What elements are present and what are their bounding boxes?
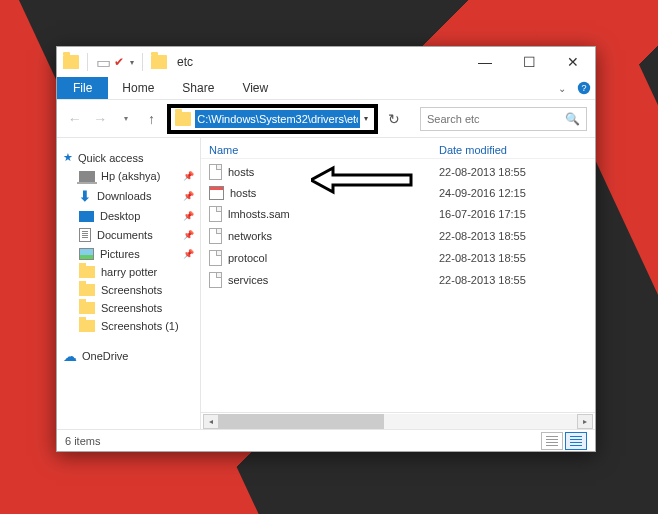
item-count: 6 items xyxy=(65,435,100,447)
explorer-window: ▭ ✔ ▾ etc ― ☐ ✕ File Home Share View ⌄ ?… xyxy=(56,46,596,452)
maximize-button[interactable]: ☐ xyxy=(507,48,551,76)
pictures-icon xyxy=(79,248,94,260)
table-file-icon xyxy=(209,186,224,200)
file-icon xyxy=(209,272,222,288)
scroll-thumb[interactable] xyxy=(219,414,384,429)
sidebar-item-hp[interactable]: Hp (akshya)📌 xyxy=(61,167,196,185)
sidebar-item-downloads[interactable]: ⬇Downloads📌 xyxy=(61,185,196,207)
horizontal-scrollbar[interactable]: ◂ ▸ xyxy=(201,412,595,429)
address-folder-icon xyxy=(175,112,191,126)
address-input[interactable] xyxy=(195,110,360,128)
qat-check-icon[interactable]: ✔ xyxy=(114,55,124,69)
address-dropdown-icon[interactable]: ▾ xyxy=(360,114,372,123)
view-list-button[interactable] xyxy=(565,432,587,450)
location-folder-icon xyxy=(151,55,167,69)
pin-icon: 📌 xyxy=(183,249,194,259)
file-icon xyxy=(209,164,222,180)
file-row[interactable]: services22-08-2013 18:55 xyxy=(209,269,587,291)
arrow-annotation xyxy=(311,165,421,199)
titlebar: ▭ ✔ ▾ etc ― ☐ ✕ xyxy=(57,47,595,77)
app-folder-icon xyxy=(63,55,79,69)
sidebar-item-desktop[interactable]: Desktop📌 xyxy=(61,207,196,225)
qat-properties-icon[interactable]: ▭ xyxy=(96,55,110,69)
nav-forward-button[interactable]: → xyxy=(91,108,111,130)
status-bar: 6 items xyxy=(57,429,595,451)
column-name[interactable]: Name xyxy=(209,144,439,156)
file-row[interactable]: lmhosts.sam16-07-2016 17:15 xyxy=(209,203,587,225)
file-icon xyxy=(209,228,222,244)
file-icon xyxy=(209,206,222,222)
scroll-right-button[interactable]: ▸ xyxy=(577,414,593,429)
download-icon: ⬇ xyxy=(79,188,91,204)
refresh-button[interactable]: ↻ xyxy=(384,108,404,130)
search-input[interactable] xyxy=(427,113,565,125)
file-list: hosts22-08-2013 18:55 hosts24-09-2016 12… xyxy=(201,159,595,412)
svg-text:?: ? xyxy=(581,83,586,93)
laptop-icon xyxy=(79,171,95,182)
tab-view[interactable]: View xyxy=(228,77,282,99)
file-row[interactable]: protocol22-08-2013 18:55 xyxy=(209,247,587,269)
ribbon: File Home Share View ⌄ ? xyxy=(57,77,595,100)
file-menu[interactable]: File xyxy=(57,77,108,99)
minimize-button[interactable]: ― xyxy=(463,48,507,76)
help-icon[interactable]: ? xyxy=(573,77,595,99)
pin-icon: 📌 xyxy=(183,211,194,221)
address-bar-highlight: ▾ xyxy=(167,104,378,134)
close-button[interactable]: ✕ xyxy=(551,48,595,76)
sidebar-onedrive[interactable]: ☁ OneDrive xyxy=(61,345,196,367)
folder-icon xyxy=(79,302,95,314)
file-row[interactable]: networks22-08-2013 18:55 xyxy=(209,225,587,247)
scroll-track[interactable] xyxy=(219,414,577,429)
desktop-icon xyxy=(79,211,94,222)
ribbon-expand-icon[interactable]: ⌄ xyxy=(551,77,573,99)
sidebar-quick-access[interactable]: ★ Quick access xyxy=(61,148,196,167)
sidebar-item-harry-potter[interactable]: harry potter xyxy=(61,263,196,281)
sidebar-item-pictures[interactable]: Pictures📌 xyxy=(61,245,196,263)
navigation-bar: ← → ▾ ↑ ▾ ↻ 🔍 xyxy=(57,100,595,138)
tab-home[interactable]: Home xyxy=(108,77,168,99)
nav-up-button[interactable]: ↑ xyxy=(142,108,162,130)
folder-icon xyxy=(79,320,95,332)
star-icon: ★ xyxy=(63,151,73,164)
window-title: etc xyxy=(177,55,193,69)
svg-marker-2 xyxy=(311,168,411,192)
search-icon[interactable]: 🔍 xyxy=(565,112,580,126)
sidebar-item-screenshots-1[interactable]: Screenshots (1) xyxy=(61,317,196,335)
nav-history-dropdown[interactable]: ▾ xyxy=(116,108,136,130)
sidebar-item-screenshots[interactable]: Screenshots xyxy=(61,281,196,299)
column-date-modified[interactable]: Date modified xyxy=(439,144,587,156)
search-box[interactable]: 🔍 xyxy=(420,107,587,131)
sidebar-item-documents[interactable]: Documents📌 xyxy=(61,225,196,245)
qat-dropdown-icon[interactable]: ▾ xyxy=(130,58,134,67)
file-icon xyxy=(209,250,222,266)
folder-icon xyxy=(79,266,95,278)
pin-icon: 📌 xyxy=(183,191,194,201)
sidebar-item-screenshots[interactable]: Screenshots xyxy=(61,299,196,317)
column-headers: Name Date modified xyxy=(201,138,595,159)
folder-icon xyxy=(79,284,95,296)
file-list-pane: Name Date modified hosts22-08-2013 18:55… xyxy=(201,138,595,429)
quick-access-label: Quick access xyxy=(78,152,143,164)
onedrive-label: OneDrive xyxy=(82,350,128,362)
document-icon xyxy=(79,228,91,242)
tab-share[interactable]: Share xyxy=(168,77,228,99)
navigation-pane: ★ Quick access Hp (akshya)📌 ⬇Downloads📌 … xyxy=(57,138,201,429)
scroll-left-button[interactable]: ◂ xyxy=(203,414,219,429)
pin-icon: 📌 xyxy=(183,171,194,181)
view-details-button[interactable] xyxy=(541,432,563,450)
pin-icon: 📌 xyxy=(183,230,194,240)
cloud-icon: ☁ xyxy=(63,348,77,364)
nav-back-button[interactable]: ← xyxy=(65,108,85,130)
